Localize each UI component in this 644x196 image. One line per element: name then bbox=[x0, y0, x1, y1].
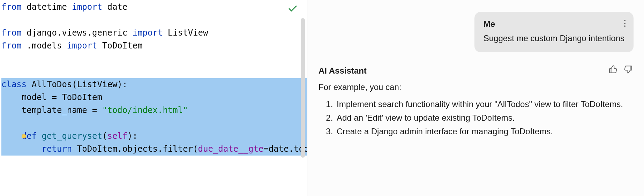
message-more-icon[interactable] bbox=[624, 19, 626, 31]
code-token: model = ToDoItem bbox=[1, 92, 102, 102]
code-line[interactable]: model = ToDoItem bbox=[1, 91, 307, 104]
assistant-name-label: AI Assistant bbox=[319, 65, 367, 77]
code-token: self bbox=[107, 131, 127, 141]
code-token bbox=[37, 131, 42, 141]
code-token: import bbox=[72, 2, 102, 12]
assistant-message: AI Assistant For example, you can: Imple… bbox=[318, 65, 634, 139]
feedback-buttons bbox=[608, 65, 633, 77]
assistant-suggestion-list: Implement search functionality within yo… bbox=[319, 98, 633, 137]
code-line[interactable]: from django.views.generic import ListVie… bbox=[1, 27, 307, 39]
assistant-body: For example, you can: Implement search f… bbox=[319, 81, 633, 137]
code-token: import bbox=[133, 28, 163, 38]
code-line[interactable] bbox=[1, 65, 307, 78]
code-token: return bbox=[42, 144, 72, 154]
code-token: template_name = bbox=[1, 105, 102, 115]
user-message-bubble: Me Suggest me custom Django intentions bbox=[474, 12, 634, 52]
code-token: from bbox=[1, 28, 22, 38]
code-token: from bbox=[1, 41, 22, 51]
code-token: .models bbox=[22, 41, 67, 51]
code-line[interactable]: return ToDoItem.objects.filter(due_date_… bbox=[1, 143, 307, 156]
code-token: ( bbox=[102, 131, 107, 141]
user-message-text: Suggest me custom Django intentions bbox=[484, 32, 624, 45]
app-root: from datetime import date from django.vi… bbox=[0, 0, 644, 196]
suggestion-item: Add an 'Edit' view to update existing To… bbox=[335, 112, 633, 124]
code-token: from bbox=[1, 2, 22, 12]
assistant-header: AI Assistant bbox=[319, 65, 633, 77]
code-token: ToDoItem.objects.filter( bbox=[72, 144, 198, 154]
gutter-warning-icon[interactable] bbox=[22, 134, 26, 138]
assistant-intro-text: For example, you can: bbox=[319, 81, 633, 93]
code-line[interactable] bbox=[1, 52, 307, 65]
code-token: get_queryset bbox=[42, 131, 102, 141]
code-line[interactable] bbox=[1, 14, 307, 27]
code-line[interactable]: from .models import ToDoItem bbox=[1, 39, 307, 52]
code-token bbox=[1, 144, 42, 154]
code-token: datetime bbox=[22, 2, 72, 12]
svg-point-2 bbox=[624, 25, 626, 27]
code-token: due_date__gte bbox=[198, 144, 264, 154]
code-token: date bbox=[102, 2, 127, 12]
code-line[interactable]: class AllToDos(ListView): bbox=[1, 78, 307, 91]
thumbs-up-icon[interactable] bbox=[608, 65, 617, 77]
code-token: AllToDos(ListView): bbox=[27, 80, 127, 89]
suggestion-item: Create a Django admin interface for mana… bbox=[335, 126, 633, 138]
code-body[interactable]: from datetime import date from django.vi… bbox=[1, 1, 307, 156]
code-line[interactable] bbox=[1, 117, 307, 130]
svg-point-0 bbox=[624, 20, 626, 21]
editor-scrollbar[interactable] bbox=[301, 18, 305, 158]
code-token: ): bbox=[127, 131, 137, 141]
code-token: django.views.generic bbox=[22, 28, 133, 38]
thumbs-down-icon[interactable] bbox=[624, 65, 633, 77]
code-line[interactable]: template_name = "todo/index.html" bbox=[1, 104, 307, 117]
code-token: ToDoItem bbox=[97, 41, 143, 51]
code-editor[interactable]: from datetime import date from django.vi… bbox=[0, 0, 307, 196]
ai-chat-panel: Me Suggest me custom Django intentions A… bbox=[307, 0, 644, 196]
user-sender-label: Me bbox=[484, 18, 624, 30]
code-line[interactable]: from datetime import date bbox=[1, 1, 307, 14]
code-line[interactable]: def get_queryset(self): bbox=[1, 130, 307, 143]
inspection-ok-icon[interactable] bbox=[287, 3, 298, 18]
code-token: ListView bbox=[163, 28, 208, 38]
suggestion-item: Implement search functionality within yo… bbox=[335, 98, 633, 111]
code-token: import bbox=[67, 41, 97, 51]
code-token: "todo/index.html" bbox=[102, 105, 188, 115]
code-token: class bbox=[1, 80, 27, 89]
svg-point-1 bbox=[624, 23, 626, 24]
code-token bbox=[1, 131, 22, 141]
